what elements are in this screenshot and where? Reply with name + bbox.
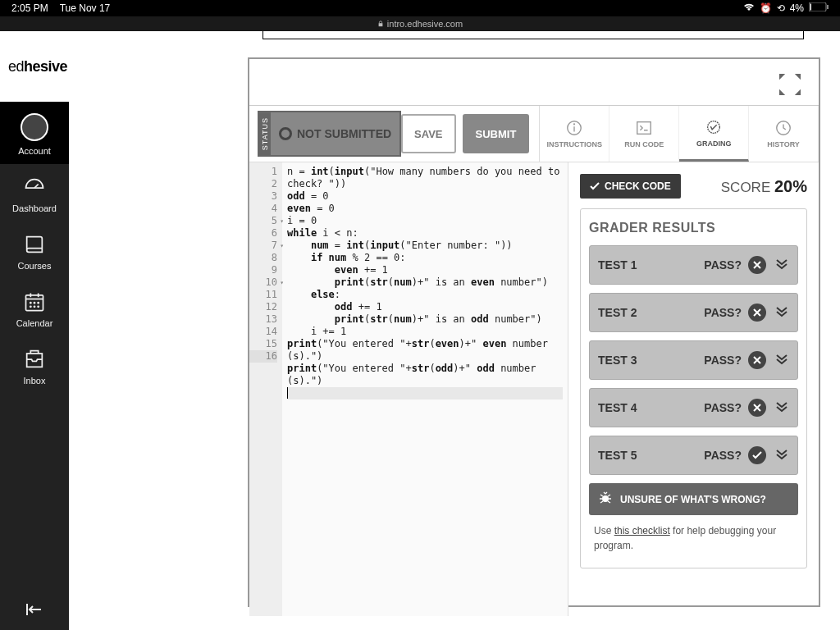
check-icon bbox=[590, 182, 600, 190]
chevron-down-icon bbox=[774, 401, 789, 415]
sidebar-item-inbox[interactable]: Inbox bbox=[0, 336, 69, 394]
wifi-icon bbox=[743, 2, 755, 14]
logo-prefix: ed bbox=[8, 58, 24, 75]
collapse-sidebar-button[interactable] bbox=[0, 589, 69, 630]
avatar bbox=[21, 113, 48, 141]
lock-icon bbox=[377, 19, 384, 29]
fullscreen-toggle[interactable] bbox=[779, 74, 804, 95]
bug-icon bbox=[599, 491, 612, 507]
checklist-link[interactable]: this checklist bbox=[614, 525, 670, 536]
battery-pct: 4% bbox=[790, 2, 804, 14]
expand-icon bbox=[791, 74, 801, 84]
unsure-text: UNSURE OF WHAT'S WRONG? bbox=[620, 494, 766, 505]
test-name: TEST 2 bbox=[598, 306, 704, 319]
status-time: 2:05 PM bbox=[11, 2, 48, 14]
orientation-lock-icon: ⟲ bbox=[777, 2, 785, 14]
svg-rect-15 bbox=[27, 354, 43, 367]
svg-point-9 bbox=[30, 303, 31, 304]
svg-rect-2 bbox=[810, 4, 812, 11]
chevron-down-icon bbox=[774, 449, 789, 463]
tab-run-code[interactable]: RUN CODE bbox=[609, 106, 679, 162]
fail-icon bbox=[748, 351, 766, 369]
grader-panel: CHECK CODE SCORE 20% GRADER RESULTS TEST… bbox=[568, 162, 819, 616]
submit-button[interactable]: SUBMIT bbox=[463, 114, 530, 153]
svg-point-12 bbox=[30, 306, 31, 307]
score-value: 20% bbox=[774, 177, 807, 195]
fail-icon bbox=[748, 304, 766, 322]
main-sidebar: edhesive Account Dashboard Courses Calen… bbox=[0, 31, 69, 630]
terminal-icon bbox=[635, 119, 653, 137]
save-button[interactable]: SAVE bbox=[401, 114, 455, 153]
test-row[interactable]: TEST 1PASS? bbox=[589, 245, 798, 285]
status-text: NOT SUBMITTED bbox=[297, 127, 391, 140]
svg-rect-0 bbox=[809, 2, 826, 11]
pass-label: PASS? bbox=[704, 449, 742, 462]
sidebar-item-calendar[interactable]: Calendar bbox=[0, 279, 69, 336]
prev-panel-edge bbox=[262, 31, 804, 39]
address-bar[interactable]: intro.edhesive.com bbox=[0, 16, 840, 31]
fail-icon bbox=[748, 399, 766, 417]
svg-rect-3 bbox=[378, 23, 382, 26]
main-content: STATUS NOT SUBMITTED SAVE SUBMIT INSTRUC… bbox=[69, 31, 840, 630]
nav-label: Inbox bbox=[24, 376, 46, 386]
battery-icon bbox=[809, 2, 829, 14]
svg-rect-1 bbox=[827, 5, 829, 9]
chevron-down-icon bbox=[774, 258, 789, 272]
pass-label: PASS? bbox=[704, 306, 742, 319]
test-row[interactable]: TEST 2PASS? bbox=[589, 293, 798, 332]
results-title: GRADER RESULTS bbox=[589, 221, 798, 235]
brand-logo: edhesive bbox=[0, 31, 69, 102]
dashboard-icon bbox=[23, 176, 46, 199]
check-code-label: CHECK CODE bbox=[605, 180, 671, 192]
code-editor[interactable]: 12345678910111213141516 n = int(input("H… bbox=[249, 162, 568, 616]
test-row[interactable]: TEST 5PASS? bbox=[589, 436, 798, 475]
ios-status-bar: 2:05 PM Tue Nov 17 ⏰ ⟲ 4% bbox=[0, 0, 840, 16]
svg-point-11 bbox=[38, 303, 39, 304]
score-label: SCORE bbox=[721, 180, 770, 195]
submission-status-badge: STATUS NOT SUBMITTED bbox=[258, 111, 401, 157]
sidebar-item-courses[interactable]: Courses bbox=[0, 221, 69, 279]
hint-text: Use this checklist for help debugging yo… bbox=[589, 515, 798, 556]
alarm-icon: ⏰ bbox=[760, 2, 772, 14]
url-host: intro.edhesive.com bbox=[387, 19, 463, 29]
svg-point-19 bbox=[574, 124, 575, 125]
line-gutter: 12345678910111213141516 bbox=[249, 162, 282, 616]
tab-grading[interactable]: GRADING bbox=[679, 106, 749, 162]
hint-prefix: Use bbox=[594, 525, 614, 536]
logo-suffix: hesive bbox=[24, 58, 67, 75]
nav-label: Courses bbox=[18, 261, 52, 271]
tab-label: HISTORY bbox=[767, 140, 800, 148]
inbox-icon bbox=[23, 348, 46, 371]
status-date: Tue Nov 17 bbox=[60, 2, 111, 14]
nav-label: Account bbox=[18, 146, 51, 156]
expand-icon bbox=[779, 85, 789, 95]
tab-history[interactable]: HISTORY bbox=[749, 106, 819, 162]
chevron-down-icon bbox=[774, 354, 789, 368]
svg-point-13 bbox=[34, 306, 34, 307]
pass-icon bbox=[748, 446, 766, 464]
book-icon bbox=[23, 233, 46, 256]
test-name: TEST 4 bbox=[598, 401, 704, 414]
sidebar-item-dashboard[interactable]: Dashboard bbox=[0, 164, 69, 221]
nav-label: Calendar bbox=[16, 318, 53, 328]
svg-rect-20 bbox=[637, 122, 651, 135]
instructions-icon bbox=[565, 119, 583, 137]
pass-label: PASS? bbox=[704, 401, 742, 414]
test-row[interactable]: TEST 4PASS? bbox=[589, 388, 798, 427]
code-area[interactable]: n = int(input("How many numbers do you n… bbox=[282, 162, 568, 616]
svg-point-14 bbox=[38, 306, 39, 307]
sidebar-item-account[interactable]: Account bbox=[0, 102, 69, 164]
history-icon bbox=[774, 119, 792, 137]
check-code-button[interactable]: CHECK CODE bbox=[580, 174, 681, 199]
grading-icon bbox=[705, 118, 723, 136]
pass-label: PASS? bbox=[704, 354, 742, 367]
chevron-down-icon bbox=[774, 306, 789, 320]
test-row[interactable]: TEST 3PASS? bbox=[589, 340, 798, 380]
grader-results: GRADER RESULTS TEST 1PASS?TEST 2PASS?TES… bbox=[580, 208, 807, 568]
test-name: TEST 3 bbox=[598, 354, 704, 367]
svg-point-10 bbox=[34, 303, 34, 304]
test-name: TEST 5 bbox=[598, 449, 704, 462]
tab-label: GRADING bbox=[696, 139, 732, 148]
tab-instructions[interactable]: INSTRUCTIONS bbox=[540, 106, 609, 162]
tab-label: INSTRUCTIONS bbox=[547, 140, 603, 148]
